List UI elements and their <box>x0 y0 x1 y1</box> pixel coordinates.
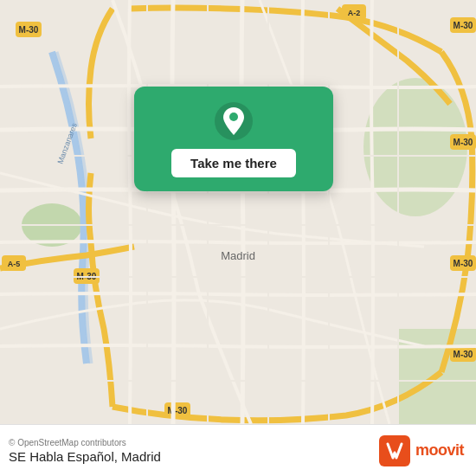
svg-text:M-30: M-30 <box>453 350 473 359</box>
map-container: M-30 M-30 M-30 M-30 M-30 M-30 M-30 A-5 A… <box>0 0 476 424</box>
svg-text:Madrid: Madrid <box>221 249 255 262</box>
bottom-bar: © OpenStreetMap contributors SE Habla Es… <box>0 424 476 476</box>
svg-point-26 <box>229 113 238 121</box>
moovit-brand-text: moovit <box>415 441 464 460</box>
moovit-logo: moovit <box>379 435 464 466</box>
svg-text:M-30: M-30 <box>168 406 188 415</box>
location-popup: Take me there <box>134 87 333 191</box>
svg-rect-27 <box>379 435 410 466</box>
osm-attribution: © OpenStreetMap contributors <box>9 438 161 447</box>
take-me-there-button[interactable]: Take me there <box>171 149 296 177</box>
map-background: M-30 M-30 M-30 M-30 M-30 M-30 M-30 A-5 A… <box>0 0 476 424</box>
svg-text:M-30: M-30 <box>453 138 473 147</box>
location-label: SE Habla Español, Madrid <box>9 449 161 464</box>
svg-text:M-30: M-30 <box>453 21 473 30</box>
svg-text:M-30: M-30 <box>19 25 39 35</box>
svg-text:A-2: A-2 <box>348 9 361 17</box>
svg-text:M-30: M-30 <box>453 259 473 268</box>
location-pin-icon <box>215 102 253 140</box>
svg-text:A-5: A-5 <box>8 260 21 268</box>
moovit-icon <box>379 435 410 466</box>
bottom-left-info: © OpenStreetMap contributors SE Habla Es… <box>9 438 161 464</box>
